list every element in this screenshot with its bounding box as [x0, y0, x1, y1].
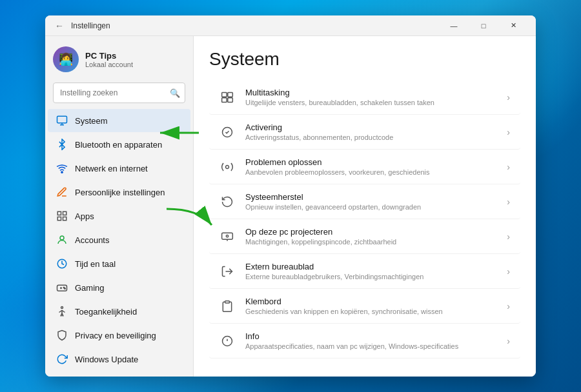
settings-item-klembord[interactable]: Klembord Geschiedenis van knippen en kop… — [209, 289, 520, 324]
multitasking-desc: Uitgeliijde vensters, bureaubladden, sch… — [245, 99, 496, 106]
svg-rect-17 — [228, 92, 233, 97]
problemen-text: Problemen oplossen Aanbevolen probleemop… — [245, 157, 496, 176]
nav-label-apps: Apps — [75, 211, 94, 221]
sidebar-item-systeem[interactable]: Systeem — [48, 109, 190, 132]
nav-label-accounts: Accounts — [75, 235, 109, 245]
svg-point-14 — [65, 288, 66, 289]
klembord-title: Klembord — [245, 297, 496, 306]
sidebar-item-windows-update[interactable]: Windows Update — [48, 348, 190, 371]
nav-label-tijd: Tijd en taal — [75, 259, 116, 269]
systeemherstel-text: Systeemherstel Opnieuw instellen, geavan… — [245, 192, 496, 211]
sidebar-item-tijd[interactable]: Tijd en taal — [48, 252, 190, 275]
sidebar-item-apps[interactable]: Apps — [48, 204, 190, 228]
systeemherstel-desc: Opnieuw instellen, geavanceerd opstarten… — [245, 203, 496, 211]
extern-icon — [219, 264, 235, 279]
nav-label-bluetooth: Bluetooth en apparaten — [75, 140, 162, 150]
svg-rect-6 — [57, 217, 61, 220]
settings-item-systeemherstel[interactable]: Systeemherstel Opnieuw instellen, geavan… — [209, 184, 520, 219]
search-input[interactable] — [53, 83, 185, 103]
settings-list: Multitasking Uitgeliijde vensters, burea… — [209, 80, 520, 358]
projecteren-title: Op deze pc projecteren — [245, 227, 496, 237]
svg-rect-7 — [63, 217, 66, 220]
windows-update-icon — [56, 353, 68, 366]
sidebar-item-accounts[interactable]: Accounts — [48, 228, 190, 251]
problemen-chevron: › — [507, 162, 510, 172]
svg-rect-18 — [222, 97, 227, 102]
activering-desc: Activeringsstatus, abonnementen, product… — [245, 133, 496, 141]
persoonlijke-icon — [56, 186, 68, 199]
settings-item-activering[interactable]: Activering Activeringsstatus, abonnement… — [209, 115, 520, 150]
avatar: 👩‍💻 — [53, 46, 79, 72]
svg-rect-4 — [57, 211, 61, 215]
klembord-text: Klembord Geschiedenis van knippen en kop… — [245, 297, 496, 315]
extern-desc: Externe bureaubladgebruikers, Verbinding… — [245, 273, 496, 280]
systeemherstel-icon — [219, 194, 235, 210]
sidebar-item-netwerk[interactable]: Netwerk en internet — [48, 157, 190, 180]
projecteren-desc: Machtigingen, koppelingspincode, zichtba… — [245, 238, 496, 246]
activering-chevron: › — [507, 127, 510, 137]
info-title: Info — [245, 331, 496, 341]
user-profile: 👩‍💻 PC Tips Lokaal account — [45, 36, 193, 83]
sidebar-item-toegankelijkheid[interactable]: Toegankelijkheid — [48, 300, 190, 323]
svg-rect-26 — [225, 300, 230, 302]
systeem-icon — [56, 114, 68, 127]
title-bar: ← Instellingen — □ ✕ — [45, 15, 536, 36]
search-container: 🔍 — [53, 83, 185, 103]
extern-chevron: › — [507, 266, 510, 277]
problemen-desc: Aanbevolen probleemoplossers, voorkeuren… — [245, 168, 496, 176]
tijd-icon — [56, 257, 68, 270]
klembord-chevron: › — [507, 301, 510, 311]
main-content: 👩‍💻 PC Tips Lokaal account 🔍 Systeem Blu… — [45, 36, 536, 377]
svg-point-23 — [226, 235, 228, 237]
svg-point-21 — [226, 165, 229, 168]
sidebar-item-bluetooth[interactable]: Bluetooth en apparaten — [48, 133, 190, 156]
klembord-icon — [219, 299, 235, 314]
apps-icon — [56, 210, 68, 222]
sidebar-item-privacy[interactable]: Privacy en beveiliging — [48, 324, 190, 347]
multitasking-title: Multitasking — [245, 88, 496, 97]
search-icon: 🔍 — [170, 88, 180, 98]
nav-label-toegankelijkheid: Toegankelijkheid — [75, 307, 137, 317]
problemen-title: Problemen oplossen — [245, 157, 496, 167]
nav-label-persoonlijke: Persoonlijke instellingen — [75, 188, 165, 197]
close-button[interactable]: ✕ — [498, 15, 528, 36]
settings-window: ← Instellingen — □ ✕ 👩‍💻 PC Tips Lokaal … — [45, 15, 536, 377]
minimize-button[interactable]: — — [439, 15, 469, 36]
accounts-icon — [56, 233, 68, 246]
problemen-icon — [219, 159, 235, 175]
settings-item-multitasking[interactable]: Multitasking Uitgeliijde vensters, burea… — [209, 80, 520, 115]
window-controls: — □ ✕ — [439, 15, 528, 36]
profile-info: PC Tips Lokaal account — [85, 51, 133, 68]
nav-label-privacy: Privacy en beveiliging — [75, 331, 156, 340]
netwerk-icon — [56, 162, 68, 175]
maximize-button[interactable]: □ — [469, 15, 498, 36]
nav-label-systeem: Systeem — [75, 116, 108, 126]
activering-title: Activering — [245, 122, 496, 132]
svg-point-3 — [61, 172, 63, 173]
settings-item-extern[interactable]: Extern bureaublad Externe bureaubladgebr… — [209, 254, 520, 289]
sidebar-item-persoonlijke[interactable]: Persoonlijke instellingen — [48, 181, 190, 204]
svg-point-15 — [61, 307, 63, 309]
window-title: Instellingen — [71, 21, 439, 30]
extern-text: Extern bureaublad Externe bureaubladgebr… — [245, 262, 496, 280]
nav-label-windows-update: Windows Update — [75, 355, 138, 364]
page-title: Systeem — [209, 49, 520, 70]
extern-title: Extern bureaublad — [245, 262, 496, 271]
svg-rect-19 — [228, 97, 233, 102]
svg-rect-22 — [222, 233, 233, 239]
systeemherstel-chevron: › — [507, 197, 510, 207]
activering-icon — [219, 124, 235, 140]
projecteren-text: Op deze pc projecteren Machtigingen, kop… — [245, 227, 496, 246]
sidebar-item-gaming[interactable]: Gaming — [48, 276, 190, 299]
back-button[interactable]: ← — [53, 19, 66, 32]
multitasking-icon — [219, 90, 235, 105]
settings-item-problemen[interactable]: Problemen oplossen Aanbevolen probleemop… — [209, 150, 520, 184]
svg-rect-0 — [57, 116, 67, 123]
settings-item-projecteren[interactable]: Op deze pc projecteren Machtigingen, kop… — [209, 219, 520, 254]
info-desc: Apparaatspecificaties, naam van pc wijzi… — [245, 342, 496, 350]
info-icon — [219, 333, 235, 349]
klembord-desc: Geschiedenis van knippen en kopiëren, sy… — [245, 308, 496, 315]
svg-point-8 — [60, 236, 64, 240]
gaming-icon — [56, 281, 68, 294]
settings-item-info[interactable]: Info Apparaatspecificaties, naam van pc … — [209, 324, 520, 358]
